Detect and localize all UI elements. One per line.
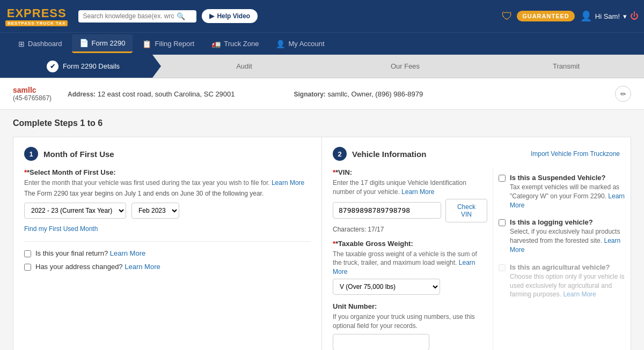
chevron-down-icon: ▾ (623, 12, 627, 20)
secondary-navigation: ⊞ Dashboard 📄 Form 2290 📋 Filing Report … (0, 32, 644, 55)
step-check-icon: ✔ (47, 61, 58, 72)
guaranteed-badge: 🛡 GUARANTEED (502, 10, 575, 23)
edit-business-button[interactable]: ✏ (615, 86, 631, 102)
vin-label: **VIN: (333, 168, 487, 176)
address-changed-checkbox[interactable] (24, 264, 31, 271)
business-id: (45-6765867) (13, 94, 52, 102)
nav-dashboard[interactable]: ⊞ Dashboard (11, 35, 70, 53)
progress-step-form-details[interactable]: ✔ Form 2290 Details (0, 55, 161, 78)
suspended-desc: Tax exempt vehicles will be marked as "C… (510, 183, 634, 210)
agricultural-checkbox[interactable] (499, 264, 506, 271)
progress-step-transmit[interactable]: Transmit (483, 55, 644, 78)
form-icon: 📄 (79, 39, 89, 47)
logging-title: Is this a logging vehicle? (510, 218, 634, 226)
final-return-row: Is this your final return? Learn More (24, 249, 311, 257)
business-name: samllc (13, 86, 52, 94)
logo-subtitle: BESTPASS TRUCK TAX (5, 20, 68, 26)
select-month-desc: Enter the month that your vehicle was fi… (24, 178, 311, 188)
find-month-link[interactable]: Find my First Used Month (24, 225, 311, 233)
shield-icon: 🛡 (502, 10, 513, 23)
logging-desc: Select, if you exclusively haul products… (510, 227, 634, 254)
user-greeting: Hi Sam! (595, 12, 620, 20)
step2-number: 2 (333, 147, 347, 161)
final-return-label: Is this your final return? Learn More (35, 249, 145, 257)
progress-step-our-fees[interactable]: Our Fees (322, 55, 483, 78)
check-vin-button[interactable]: Check VIN (445, 199, 487, 222)
step1-title: Month of First Use (43, 150, 114, 159)
selects-row: 2022 - 23 (Current Tax Year) Feb 2023 (24, 203, 311, 219)
address-changed-label: Has your address changed? Learn More (35, 263, 160, 271)
play-icon: ▶ (209, 12, 214, 20)
address-label: Address: (68, 91, 96, 98)
search-icon: 🔍 (177, 12, 185, 20)
vin-desc: Enter the 17 digits unique Vehicle Ident… (333, 178, 487, 197)
final-return-checkbox[interactable] (24, 250, 31, 257)
nav-filing-report[interactable]: 📋 Filing Report (135, 35, 202, 53)
vin-learn-more[interactable]: Learn More (401, 188, 434, 196)
step1-card: 1 Month of First Use **Select Month of F… (13, 137, 322, 350)
step1-header: 1 Month of First Use (24, 147, 311, 161)
step2-header: 2 Vehicle Information Import Vehicle Fro… (333, 147, 620, 161)
vin-input-row: Check VIN (333, 199, 487, 222)
top-navigation: EXPRESS BESTPASS TRUCK TAX 🔍 ▶ Help Vide… (0, 0, 644, 32)
search-input[interactable] (83, 12, 174, 20)
unit-number-input[interactable] (333, 334, 429, 350)
unit-number-desc: If you organize your truck using numbers… (333, 312, 487, 331)
step1-number: 1 (24, 147, 38, 161)
agricultural-vehicle-block: Is this an agricultural vehicle? Choose … (499, 263, 634, 299)
business-signatory-block: Signatory: samllc, Owner, (896) 986-8979 (294, 90, 423, 98)
dashboard-icon: ⊞ (18, 40, 25, 48)
nav-my-account[interactable]: 👤 My Account (268, 35, 332, 53)
final-return-learn-more[interactable]: Learn More (110, 249, 145, 257)
suspended-title: Is this a Suspended Vehicle? (510, 174, 634, 182)
search-box[interactable]: 🔍 (78, 10, 196, 23)
signatory-label: Signatory: (294, 91, 326, 98)
address-changed-learn-more[interactable]: Learn More (125, 263, 160, 271)
tax-year-select[interactable]: 2022 - 23 (Current Tax Year) (24, 203, 126, 219)
agricultural-title: Is this an agricultural vehicle? (510, 263, 634, 271)
address-value: 12 east cost road, south Carolina, SC 29… (98, 90, 235, 98)
tax-year-note: The Form 2290 tax year begins on July 1 … (24, 190, 311, 197)
import-vehicle-link[interactable]: Import Vehicle From Truckzone (531, 150, 620, 158)
step2-inner: **VIN: Enter the 17 digits unique Vehicl… (333, 168, 620, 350)
vin-input[interactable] (333, 202, 441, 219)
learn-more-first-use[interactable]: Learn More (272, 179, 304, 187)
address-changed-row: Has your address changed? Learn More (24, 263, 311, 271)
step2-left-panel: **VIN: Enter the 17 digits unique Vehicl… (333, 168, 493, 350)
nav-truck-zone[interactable]: 🚛 Truck Zone (204, 35, 266, 53)
steps-grid: 1 Month of First Use **Select Month of F… (13, 137, 631, 350)
agricultural-learn-more[interactable]: Learn More (563, 291, 596, 298)
agricultural-desc: Choose this option only if your vehicle … (510, 272, 634, 299)
user-menu[interactable]: 👤 Hi Sam! ▾ ⏻ (580, 10, 639, 22)
logging-checkbox[interactable] (499, 219, 506, 226)
nav-form2290[interactable]: 📄 Form 2290 (72, 34, 133, 53)
business-identity: samllc (45-6765867) (13, 86, 52, 102)
gross-weight-desc: The taxable gross weight of a vehicle is… (333, 250, 487, 277)
signatory-value: samllc, Owner, (896) 986-8979 (328, 90, 423, 98)
logo: EXPRESS BESTPASS TRUCK TAX (5, 6, 68, 26)
char-count: Characters: 17/17 (333, 226, 487, 233)
suspended-vehicle-block: Is this a Suspended Vehicle? Tax exempt … (499, 174, 634, 210)
steps-title: Complete Steps 1 to 6 (13, 118, 631, 128)
unit-number-label: Unit Number: (333, 302, 487, 310)
progress-step-audit[interactable]: Audit (161, 55, 322, 78)
step2-right-panel: Is this a Suspended Vehicle? Tax exempt … (493, 168, 643, 350)
business-info-bar: samllc (45-6765867) Address: 12 east cos… (0, 78, 644, 110)
progress-bar: ✔ Form 2290 Details Audit Our Fees Trans… (0, 55, 644, 78)
step2-title: Vehicle Information (352, 150, 426, 159)
select-month-label: **Select Month of First Use: (24, 168, 311, 176)
gross-weight-label: **Taxable Gross Weight: (333, 240, 487, 248)
suspended-checkbox[interactable] (499, 175, 506, 182)
logging-vehicle-block: Is this a logging vehicle? Select, if yo… (499, 218, 634, 254)
help-video-button[interactable]: ▶ Help Video (202, 9, 258, 23)
guaranteed-label: GUARANTEED (517, 11, 575, 21)
power-icon[interactable]: ⏻ (630, 11, 639, 21)
main-content: Complete Steps 1 to 6 1 Month of First U… (0, 110, 644, 350)
logo-text: EXPRESS (7, 6, 67, 20)
user-avatar-icon: 👤 (580, 10, 592, 22)
gross-weight-select[interactable]: V (Over 75,000 lbs) (333, 279, 440, 295)
truck-icon: 🚛 (211, 40, 221, 48)
account-icon: 👤 (276, 40, 285, 48)
month-select[interactable]: Feb 2023 (131, 203, 179, 219)
step2-card: 2 Vehicle Information Import Vehicle Fro… (322, 137, 631, 350)
